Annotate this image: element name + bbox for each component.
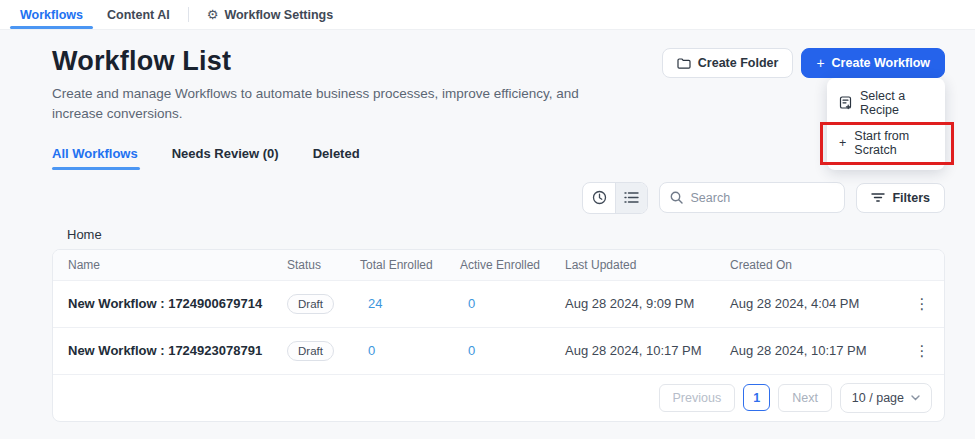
nav-tab-workflow-settings[interactable]: ⚙ Workflow Settings [195, 0, 345, 29]
filters-label: Filters [892, 191, 930, 205]
page-size-label: 10 / page [852, 391, 904, 405]
create-workflow-label: Create Workflow [832, 56, 930, 70]
list-view-button[interactable] [615, 183, 647, 213]
row-actions-kebab-icon[interactable]: ⋮ [909, 340, 936, 362]
workflow-table-card: Name Status Total Enrolled Active Enroll… [52, 249, 945, 422]
tab-label: Deleted [313, 146, 360, 161]
page-size-select[interactable]: 10 / page [840, 383, 932, 413]
page-number-button[interactable]: 1 [743, 384, 770, 411]
last-updated-value: Aug 28 2024, 10:17 PM [565, 343, 730, 358]
nav-tab-label: Content AI [107, 8, 170, 22]
column-header-last-updated: Last Updated [565, 258, 730, 272]
gear-icon: ⚙ [207, 8, 219, 21]
last-updated-value: Aug 28 2024, 9:09 PM [565, 296, 730, 311]
nav-tab-content-ai[interactable]: Content AI [95, 0, 182, 29]
table-row: New Workflow : 1724923078791 Draft 0 0 A… [53, 328, 944, 375]
status-badge: Draft [287, 294, 334, 314]
list-icon [624, 191, 639, 204]
active-enrolled-link[interactable]: 0 [460, 296, 565, 311]
history-view-button[interactable] [583, 183, 615, 213]
breadcrumb[interactable]: Home [52, 227, 945, 242]
recipe-icon [839, 96, 852, 110]
page-title: Workflow List [52, 46, 597, 77]
filter-icon [871, 192, 885, 203]
created-on-value: Aug 28 2024, 4:04 PM [730, 296, 900, 311]
page-header: Workflow List Create and manage Workflow… [52, 46, 945, 125]
table-row: New Workflow : 1724900679714 Draft 24 0 … [53, 281, 944, 328]
workflow-name-link[interactable]: New Workflow : 1724923078791 [68, 343, 287, 358]
chevron-down-icon [911, 395, 920, 401]
search-box [659, 182, 845, 213]
list-toolbar: Filters [52, 182, 945, 214]
tab-label: Needs Review (0) [172, 146, 279, 161]
menu-item-select-a-recipe[interactable]: Select a Recipe [827, 83, 945, 123]
total-enrolled-link[interactable]: 24 [360, 296, 460, 311]
clock-icon [592, 190, 607, 205]
tab-needs-review[interactable]: Needs Review (0) [172, 146, 279, 170]
tab-deleted[interactable]: Deleted [313, 146, 360, 170]
active-enrolled-link[interactable]: 0 [460, 343, 565, 358]
header-actions: Create Folder + Create Workflow [662, 48, 945, 78]
column-header-active-enrolled: Active Enrolled [460, 258, 565, 272]
nav-tab-workflows[interactable]: Workflows [8, 0, 95, 29]
status-badge: Draft [287, 341, 334, 361]
create-workflow-button[interactable]: + Create Workflow [801, 48, 945, 78]
column-header-status: Status [287, 258, 360, 272]
next-page-button[interactable]: Next [778, 384, 832, 412]
nav-divider [188, 7, 189, 22]
create-folder-button[interactable]: Create Folder [662, 48, 794, 78]
view-toggle [582, 182, 648, 214]
plus-icon: + [839, 136, 846, 150]
workflow-name-link[interactable]: New Workflow : 1724900679714 [68, 296, 287, 311]
search-icon [670, 191, 683, 204]
page-subtitle: Create and manage Workflows to automate … [52, 84, 597, 125]
table-header-row: Name Status Total Enrolled Active Enroll… [53, 250, 944, 281]
nav-tab-label: Workflows [20, 8, 83, 22]
workflow-tabs: All Workflows Needs Review (0) Deleted [52, 146, 945, 170]
column-header-total-enrolled: Total Enrolled [360, 258, 460, 272]
create-workflow-dropdown: Select a Recipe + Start from Scratch [827, 78, 945, 170]
menu-item-label: Select a Recipe [860, 89, 933, 117]
top-navigation: Workflows Content AI ⚙ Workflow Settings [0, 0, 975, 30]
filters-button[interactable]: Filters [856, 183, 945, 213]
tab-all-workflows[interactable]: All Workflows [52, 146, 138, 170]
menu-item-start-from-scratch[interactable]: + Start from Scratch [827, 123, 945, 163]
total-enrolled-link[interactable]: 0 [360, 343, 460, 358]
row-actions-kebab-icon[interactable]: ⋮ [909, 293, 936, 315]
title-block: Workflow List Create and manage Workflow… [52, 46, 597, 125]
create-folder-label: Create Folder [698, 56, 779, 70]
column-header-name: Name [68, 258, 287, 272]
created-on-value: Aug 28 2024, 10:17 PM [730, 343, 900, 358]
folder-icon [677, 57, 691, 70]
plus-icon: + [816, 56, 824, 70]
menu-item-label: Start from Scratch [854, 129, 933, 157]
tab-label: All Workflows [52, 146, 138, 161]
pagination-bar: Previous 1 Next 10 / page [53, 375, 944, 421]
search-input[interactable] [690, 191, 851, 205]
nav-tab-label: Workflow Settings [224, 8, 333, 22]
previous-page-button[interactable]: Previous [659, 384, 736, 412]
column-header-created-on: Created On [730, 258, 900, 272]
